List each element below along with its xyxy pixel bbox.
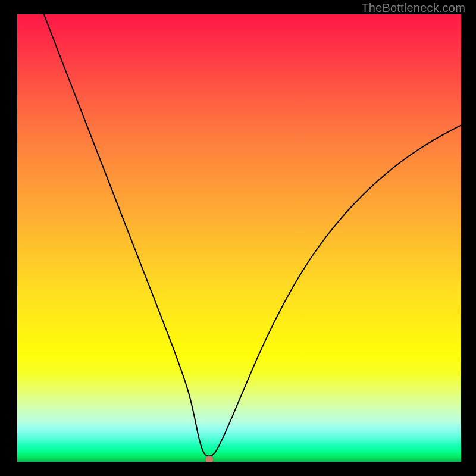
watermark-text: TheBottleneck.com bbox=[361, 1, 465, 15]
chart-frame: TheBottleneck.com bbox=[0, 0, 476, 476]
optimal-point-marker bbox=[206, 456, 214, 462]
bottleneck-curve bbox=[17, 14, 461, 458]
plot-area bbox=[17, 14, 461, 462]
